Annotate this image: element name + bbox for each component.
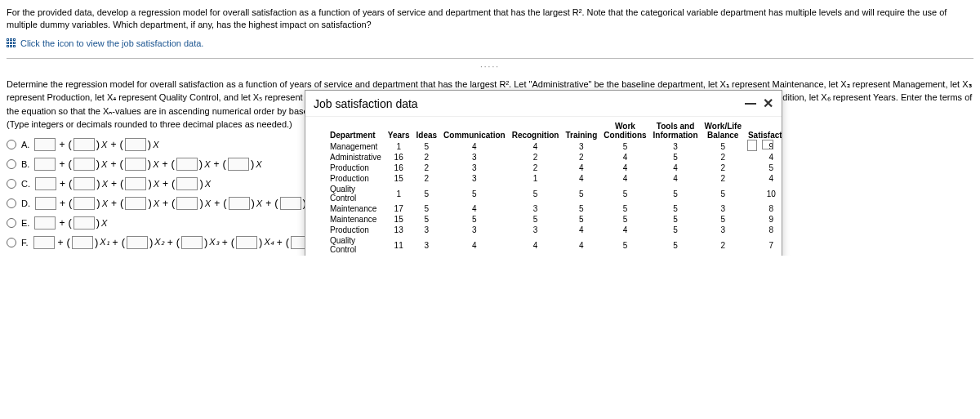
print-icon[interactable]	[762, 140, 773, 149]
value-cell: 3	[562, 141, 600, 152]
close-icon[interactable]: ✕	[763, 96, 773, 111]
view-data-link[interactable]: Click the icon to view the job satisfact…	[20, 38, 203, 48]
coef-input[interactable]	[280, 197, 301, 210]
intercept-input[interactable]	[33, 236, 55, 249]
data-popup: Job satisfaction data ✕ DepartmentYearsI…	[305, 90, 782, 256]
copy-icon[interactable]	[747, 140, 757, 151]
value-cell: 4	[440, 141, 509, 152]
coef-input[interactable]	[181, 236, 203, 249]
dept-cell: Production	[314, 173, 385, 184]
value-cell: 5	[600, 235, 649, 255]
option-label: B.	[21, 159, 29, 169]
radio-E[interactable]	[7, 218, 16, 228]
value-cell: 17	[385, 203, 413, 214]
popup-title: Job satisfaction data	[314, 97, 418, 110]
radio-C[interactable]	[7, 179, 16, 189]
radio-B[interactable]	[7, 159, 16, 169]
value-cell: 5	[745, 163, 782, 173]
value-cell: 7	[745, 235, 782, 255]
dept-cell: Production	[314, 255, 385, 256]
dept-cell: Production	[314, 225, 385, 235]
value-cell: 2	[702, 152, 745, 163]
intercept-input[interactable]	[34, 216, 56, 230]
table-row: Quality Control1555555510	[314, 184, 782, 203]
column-header: Years	[385, 120, 413, 141]
intercept-input[interactable]	[34, 138, 56, 151]
dept-cell: Production	[314, 163, 385, 173]
table-row: Production1523144424	[314, 173, 782, 184]
value-cell: 5	[562, 214, 600, 225]
coef-input[interactable]	[74, 158, 95, 171]
value-cell: 3	[413, 225, 441, 235]
value-cell: 5	[440, 214, 509, 225]
coef-input[interactable]	[72, 236, 93, 249]
value-cell: 4	[600, 152, 649, 163]
value-cell: 5	[650, 184, 702, 203]
value-cell: 15	[385, 173, 413, 184]
value-cell: 3	[413, 235, 441, 255]
data-grid-icon[interactable]	[7, 38, 16, 47]
column-header: Work/LifeBalance	[702, 120, 745, 141]
value-cell: 4	[440, 235, 509, 255]
coef-input[interactable]	[236, 236, 257, 249]
value-cell: 3	[650, 141, 702, 152]
coef-input[interactable]	[125, 138, 146, 151]
value-cell: 5	[413, 141, 441, 152]
coef-input[interactable]	[74, 197, 95, 210]
value-cell: 5	[650, 214, 702, 225]
value-cell: 2	[509, 152, 563, 163]
coef-input[interactable]	[127, 236, 148, 249]
value-cell: 4	[745, 152, 782, 163]
coef-input[interactable]	[125, 197, 146, 210]
coef-input[interactable]	[74, 177, 95, 190]
value-cell: 5	[702, 184, 745, 203]
value-cell: 5	[600, 214, 649, 225]
value-cell: 4	[600, 163, 649, 173]
column-header: WorkConditions	[600, 120, 649, 141]
value-cell: 4	[509, 141, 563, 152]
value-cell: 2	[702, 163, 745, 173]
value-cell: 3	[509, 203, 563, 214]
value-cell: 5	[702, 214, 745, 225]
coef-input[interactable]	[74, 216, 95, 230]
value-cell: 5	[413, 255, 441, 256]
intercept-input[interactable]	[35, 177, 56, 190]
coef-input[interactable]	[176, 177, 198, 190]
table-row: Production1623244425	[314, 163, 782, 173]
value-cell: 9	[745, 214, 782, 225]
intercept-input[interactable]	[35, 197, 56, 210]
value-cell: 1	[509, 173, 563, 184]
value-cell: 2	[702, 235, 745, 255]
column-header: Satisfaction	[745, 120, 782, 141]
value-cell: 13	[385, 225, 413, 235]
coef-input[interactable]	[125, 177, 146, 190]
radio-D[interactable]	[7, 198, 16, 208]
option-label: E.	[21, 218, 29, 228]
table-row: Administrative1623224524	[314, 152, 782, 163]
value-cell: 3	[702, 225, 745, 235]
column-header: Communication	[440, 120, 509, 141]
column-header: Tools andInformation	[650, 120, 702, 141]
radio-F[interactable]	[7, 238, 16, 247]
value-cell: 2	[702, 173, 745, 184]
value-cell: 3	[440, 152, 509, 163]
coef-input[interactable]	[229, 197, 250, 210]
coef-input[interactable]	[176, 158, 198, 171]
table-row: Production3555555510	[314, 255, 782, 256]
value-cell: 5	[702, 141, 745, 152]
value-cell: 8	[745, 203, 782, 214]
coef-input[interactable]	[74, 138, 95, 151]
coef-input[interactable]	[228, 158, 249, 171]
column-header: Training	[562, 120, 600, 141]
intercept-input[interactable]	[34, 158, 56, 171]
divider	[7, 58, 973, 59]
value-cell: 2	[413, 163, 441, 173]
radio-A[interactable]	[7, 140, 16, 149]
coef-input[interactable]	[176, 197, 198, 210]
dept-cell: Quality Control	[314, 184, 385, 203]
minimize-icon[interactable]	[745, 103, 756, 105]
option-label: A.	[21, 140, 29, 149]
value-cell: 16	[385, 152, 413, 163]
coef-input[interactable]	[125, 158, 146, 171]
value-cell: 5	[413, 214, 441, 225]
